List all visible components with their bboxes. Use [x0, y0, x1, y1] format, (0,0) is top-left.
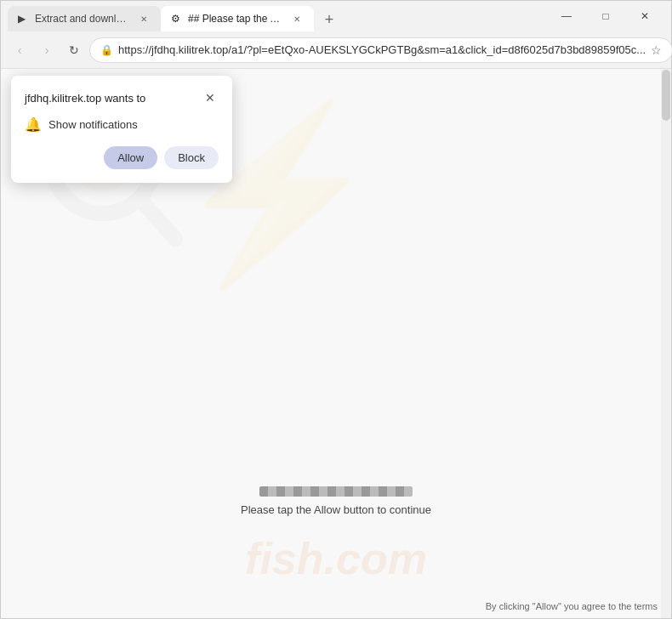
back-button[interactable]: ‹: [8, 38, 31, 62]
svg-line-1: [141, 201, 175, 239]
tab-1-favicon: ▶: [18, 13, 30, 25]
tab-strip: ▶ Extract and download audio an... ✕ ⚙ #…: [8, 1, 540, 31]
scrollbar[interactable]: [661, 69, 671, 618]
tab-1-close[interactable]: ✕: [137, 12, 151, 26]
watermark-text: fish.com: [245, 533, 427, 584]
progress-text: Please tap the Allow button to continue: [241, 503, 431, 516]
lock-icon: 🔒: [100, 44, 113, 56]
minimize-button[interactable]: —: [547, 3, 586, 29]
tab-1-label: Extract and download audio an...: [35, 13, 132, 25]
new-tab-button[interactable]: +: [317, 8, 341, 31]
tab-2-favicon: ⚙: [171, 13, 183, 25]
popup-notification-label: Show notifications: [48, 118, 138, 131]
popup-close-button[interactable]: ✕: [202, 89, 219, 106]
scrollbar-thumb[interactable]: [662, 70, 670, 121]
page-content: ⚡ jfdhq.kilitrek.top wants to ✕ 🔔 Show n…: [1, 69, 671, 618]
tab-2-close[interactable]: ✕: [290, 12, 304, 26]
notification-popup: jfdhq.kilitrek.top wants to ✕ 🔔 Show not…: [11, 76, 232, 183]
popup-buttons: Allow Block: [25, 146, 219, 169]
title-bar: ▶ Extract and download audio an... ✕ ⚙ #…: [1, 1, 671, 31]
bookmark-star-icon[interactable]: ☆: [651, 43, 662, 57]
tab-1[interactable]: ▶ Extract and download audio an... ✕: [8, 6, 161, 31]
close-button[interactable]: ✕: [625, 3, 664, 29]
refresh-button[interactable]: ↻: [62, 38, 86, 62]
block-button[interactable]: Block: [164, 146, 219, 169]
progress-section: Please tap the Allow button to continue: [241, 486, 431, 516]
bell-icon: 🔔: [25, 116, 42, 133]
popup-notification-row: 🔔 Show notifications: [25, 116, 219, 133]
window-controls: — □ ✕: [547, 3, 664, 29]
tab-2[interactable]: ⚙ ## Please tap the Allow button... ✕: [161, 6, 314, 31]
tab-2-label: ## Please tap the Allow button...: [188, 13, 285, 25]
url-text: https://jfdhq.kilitrek.top/a1/?pl=eEtQxo…: [118, 43, 646, 56]
allow-button[interactable]: Allow: [104, 146, 157, 169]
address-bar: ‹ › ↻ 🔒 https://jfdhq.kilitrek.top/a1/?p…: [1, 31, 671, 69]
forward-button[interactable]: ›: [35, 38, 59, 62]
address-field[interactable]: 🔒 https://jfdhq.kilitrek.top/a1/?pl=eEtQ…: [89, 37, 672, 63]
bottom-legal-text: By clicking "Allow" you agree to the ter…: [486, 601, 658, 611]
popup-title: jfdhq.kilitrek.top wants to: [25, 92, 145, 105]
progress-bar: [259, 486, 413, 497]
popup-header: jfdhq.kilitrek.top wants to ✕: [25, 89, 219, 106]
maximize-button[interactable]: □: [586, 3, 625, 29]
chrome-window: ▶ Extract and download audio an... ✕ ⚙ #…: [0, 0, 672, 619]
